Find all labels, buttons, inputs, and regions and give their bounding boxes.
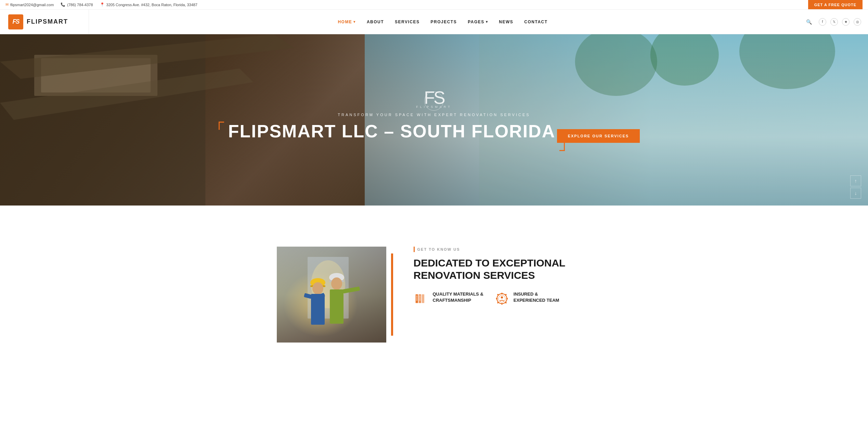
email-icon: ✉ bbox=[5, 2, 9, 7]
hero-subtitle: TRANSFORM YOUR SPACE WITH EXPERT RENOVAT… bbox=[228, 113, 640, 117]
logo-name: FLIPSMART bbox=[27, 18, 68, 25]
about-heading-line1: DEDICATED TO EXCEPTIONAL bbox=[414, 257, 566, 269]
hero-prev-arrow[interactable]: ↑ bbox=[850, 175, 861, 186]
feature-materials-text: QUALITY MATERIALS & CRAFTSMANSHIP bbox=[433, 291, 483, 303]
nav-home[interactable]: HOME bbox=[338, 20, 356, 24]
svg-rect-23 bbox=[416, 296, 417, 297]
top-bar-left: ✉ flipsmart2024@gmail.com 📞 (786) 784-43… bbox=[5, 2, 197, 7]
about-orange-accent-bar bbox=[391, 253, 393, 336]
main-nav: HOME ABOUT SERVICES PROJECTS PAGES NEWS … bbox=[89, 20, 796, 24]
yelp-icon[interactable]: ★ bbox=[842, 18, 850, 26]
email-text: flipsmart2024@gmail.com bbox=[10, 3, 54, 7]
materials-icon-box bbox=[414, 291, 429, 306]
svg-rect-27 bbox=[419, 296, 420, 297]
svg-point-19 bbox=[331, 277, 342, 290]
nav-projects[interactable]: PROJECTS bbox=[431, 20, 457, 24]
hero-fs-letters: FS bbox=[424, 88, 444, 108]
about-eyebrow: GET TO KNOW US bbox=[414, 247, 592, 252]
hero-section: FS FLIPSMART TRANSFORM YOUR SPACE WITH E… bbox=[0, 34, 868, 206]
location-icon: 📍 bbox=[100, 2, 105, 7]
about-image-box bbox=[277, 247, 386, 343]
svg-rect-14 bbox=[311, 294, 325, 325]
about-section: GET TO KNOW US DEDICATED TO EXCEPTIONAL … bbox=[0, 206, 868, 370]
facebook-icon[interactable]: f bbox=[819, 18, 826, 26]
nav-contact[interactable]: CONTACT bbox=[524, 20, 547, 24]
logo-box: FS bbox=[8, 14, 23, 29]
hero-title: FLIPSMART LLC – SOUTH FLORIDA bbox=[228, 122, 555, 141]
svg-rect-28 bbox=[419, 297, 420, 299]
nav-services[interactable]: SERVICES bbox=[395, 20, 419, 24]
svg-point-13 bbox=[312, 282, 323, 295]
social-icons-area: 🔍 f 𝕏 ★ ◎ bbox=[796, 18, 868, 26]
svg-rect-34 bbox=[501, 303, 503, 305]
svg-rect-33 bbox=[501, 293, 503, 295]
logo-area: FS FLIPSMART bbox=[0, 10, 89, 34]
nav-news[interactable]: NEWS bbox=[499, 20, 513, 24]
explore-services-button[interactable]: EXPLORE OUR SERVICES bbox=[557, 129, 640, 143]
about-heading-line2: RENOVATION SERVICES bbox=[414, 270, 535, 281]
svg-rect-20 bbox=[330, 289, 344, 324]
site-header: FS FLIPSMART HOME ABOUT SERVICES PROJECT… bbox=[0, 10, 868, 34]
about-content-wrapper: GET TO KNOW US DEDICATED TO EXCEPTIONAL … bbox=[229, 226, 639, 356]
top-bar: ✉ flipsmart2024@gmail.com 📞 (786) 784-43… bbox=[0, 0, 868, 10]
svg-point-41 bbox=[501, 296, 503, 298]
instagram-icon[interactable]: ◎ bbox=[854, 18, 861, 26]
workers-illustration bbox=[280, 250, 383, 339]
hero-next-arrow[interactable]: ↓ bbox=[850, 188, 861, 199]
feature-team: INSURED & EXPERIENCED TEAM bbox=[494, 291, 559, 306]
svg-rect-24 bbox=[416, 297, 417, 299]
svg-rect-36 bbox=[506, 298, 508, 299]
about-image-area bbox=[277, 247, 393, 343]
nav-about[interactable]: ABOUT bbox=[367, 20, 384, 24]
address-text: 3205 Congress Ave. #432, Boca Raton, Flo… bbox=[106, 3, 197, 7]
hero-logo-emblem: FS FLIPSMART bbox=[228, 89, 640, 109]
feature-team-text: INSURED & EXPERIENCED TEAM bbox=[514, 291, 559, 303]
hero-nav-arrows: ↑ ↓ bbox=[850, 175, 861, 199]
address-item: 📍 3205 Congress Ave. #432, Boca Raton, F… bbox=[100, 2, 197, 7]
twitter-icon[interactable]: 𝕏 bbox=[830, 18, 838, 26]
team-icon bbox=[495, 292, 509, 306]
about-heading: DEDICATED TO EXCEPTIONAL RENOVATION SERV… bbox=[414, 257, 592, 282]
phone-item: 📞 (786) 784-4378 bbox=[61, 2, 93, 7]
about-text-content: GET TO KNOW US DEDICATED TO EXCEPTIONAL … bbox=[414, 247, 592, 306]
svg-rect-29 bbox=[419, 299, 420, 301]
materials-icon bbox=[414, 292, 428, 306]
feature-materials: QUALITY MATERIALS & CRAFTSMANSHIP bbox=[414, 291, 483, 306]
hero-content: FS FLIPSMART TRANSFORM YOUR SPACE WITH E… bbox=[228, 89, 640, 151]
team-icon-box bbox=[494, 291, 509, 306]
phone-icon: 📞 bbox=[61, 2, 65, 7]
hero-bracket-right bbox=[559, 143, 565, 151]
svg-rect-35 bbox=[496, 298, 498, 299]
logo-letters: FS bbox=[12, 18, 19, 25]
hero-title-wrapper: FLIPSMART LLC – SOUTH FLORIDA bbox=[228, 122, 555, 151]
svg-rect-25 bbox=[416, 299, 417, 301]
search-icon[interactable]: 🔍 bbox=[803, 19, 815, 25]
svg-point-32 bbox=[498, 295, 505, 302]
hero-logo-sub: FLIPSMART bbox=[416, 105, 452, 109]
free-quote-button[interactable]: GET A FREE QUOTE bbox=[808, 0, 863, 9]
about-image-inner bbox=[277, 247, 386, 343]
svg-rect-30 bbox=[422, 294, 424, 303]
hero-fs-container: FS bbox=[424, 89, 444, 107]
nav-pages[interactable]: PAGES bbox=[468, 20, 488, 24]
about-features: QUALITY MATERIALS & CRAFTSMANSHIP bbox=[414, 291, 592, 306]
phone-text: (786) 784-4378 bbox=[67, 3, 93, 7]
email-item: ✉ flipsmart2024@gmail.com bbox=[5, 2, 54, 7]
hero-bracket-left bbox=[219, 122, 224, 130]
